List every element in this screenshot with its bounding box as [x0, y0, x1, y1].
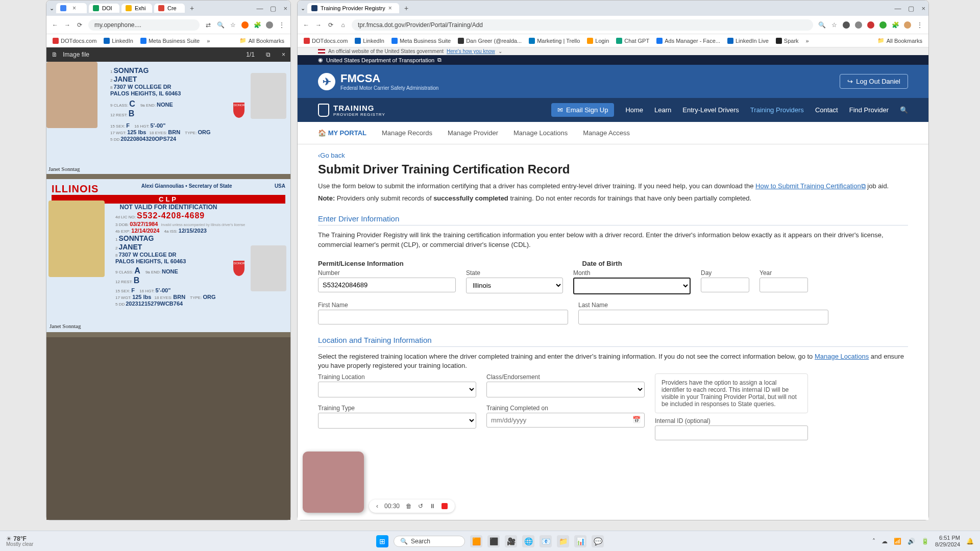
nav-entry-level-drivers[interactable]: Entry-Level Drivers	[682, 106, 739, 114]
nav-training-providers[interactable]: Training Providers	[750, 106, 804, 114]
open-external-icon[interactable]: ⧉	[266, 51, 271, 58]
all-bookmarks-button[interactable]: 📁 All Bookmarks	[877, 37, 922, 44]
home-icon[interactable]: ⌂	[339, 21, 347, 29]
subnav-manage-records[interactable]: Manage Records	[382, 127, 432, 139]
taskbar-weather[interactable]: ☀ 78°F Mostly clear	[6, 536, 33, 547]
chevron-down-icon[interactable]: ⌄	[301, 5, 305, 12]
all-bookmarks-button[interactable]: 📁 All Bookmarks	[239, 37, 284, 44]
zoom-icon[interactable]: 🔍	[818, 21, 825, 29]
bookmark-item[interactable]: LinkedIn	[355, 38, 384, 44]
training-completed-input[interactable]	[486, 413, 645, 428]
bookmark-item[interactable]: DOTdocs.com	[304, 38, 348, 44]
day-input[interactable]	[701, 278, 749, 292]
maximize-icon[interactable]: ▢	[908, 5, 914, 12]
bookmark-star-icon[interactable]: ☆	[229, 21, 236, 29]
forward-icon[interactable]: →	[64, 21, 71, 29]
close-icon[interactable]: ×	[283, 5, 287, 12]
subnav-my-portal[interactable]: 🏠 MY PORTAL	[318, 127, 366, 139]
profile-avatar-icon[interactable]	[904, 21, 911, 29]
tab-2[interactable]: Exhi	[121, 4, 152, 13]
chevron-down-icon[interactable]: ⌄	[498, 48, 502, 54]
maximize-icon[interactable]: ▢	[270, 5, 276, 12]
extensions-icon[interactable]: 🧩	[892, 21, 899, 29]
email-signup-button[interactable]: ✉Email Sign Up	[551, 103, 614, 117]
extensions-icon[interactable]: 🧩	[254, 21, 261, 29]
pause-icon[interactable]: ⏸	[429, 503, 435, 510]
state-select[interactable]: Illinois	[466, 278, 563, 293]
volume-icon[interactable]: 🔊	[908, 538, 915, 545]
taskbar-app-icon[interactable]: ⬛	[487, 535, 500, 547]
manage-locations-link[interactable]: Manage Locations	[815, 353, 869, 360]
taskbar-explorer-icon[interactable]: 📁	[557, 535, 569, 547]
notifications-icon[interactable]: 🔔	[966, 538, 974, 545]
onedrive-icon[interactable]: ☁	[881, 538, 888, 545]
bookmark-item[interactable]: Meta Business Suite	[391, 38, 451, 44]
url-input[interactable]: my.openphone....	[88, 19, 200, 31]
taskbar-teams-icon[interactable]: 💬	[592, 535, 604, 547]
image-viewer-body[interactable]: 1SONNTAG 2JANET 87307 W COLLEGE DR PALOS…	[46, 62, 290, 520]
tab-3[interactable]: Cre	[154, 4, 185, 13]
url-input[interactable]: tpr.fmcsa.dot.gov/Provider/Portal/Traini…	[352, 19, 813, 31]
webcam-thumbnail[interactable]	[303, 452, 364, 513]
first-name-input[interactable]	[318, 310, 568, 324]
trash-icon[interactable]: 🗑	[406, 503, 412, 510]
gov-banner-link[interactable]: Here's how you know	[447, 48, 495, 54]
close-icon[interactable]: ×	[921, 5, 925, 12]
menu-icon[interactable]: ⋮	[916, 21, 923, 29]
training-type-select[interactable]	[318, 413, 476, 429]
prev-icon[interactable]: ‹	[376, 503, 378, 510]
search-icon[interactable]: 🔍	[900, 106, 908, 114]
training-location-select[interactable]	[318, 382, 476, 397]
taskbar-app-icon[interactable]: 🟧	[470, 535, 482, 547]
year-input[interactable]	[760, 278, 808, 292]
bookmark-item[interactable]: Dan Greer (@realda...	[458, 38, 522, 44]
taskbar-app-icon[interactable]: 🎥	[505, 535, 517, 547]
reload-icon[interactable]: ⟳	[76, 21, 83, 29]
stop-icon[interactable]	[442, 503, 448, 509]
wifi-icon[interactable]: 📶	[894, 538, 901, 545]
taskbar-outlook-icon[interactable]: 📧	[540, 535, 552, 547]
start-button[interactable]: ⊞	[376, 535, 388, 547]
minimize-icon[interactable]: —	[256, 5, 263, 12]
menu-icon[interactable]: ⋮	[278, 21, 285, 29]
overflow-icon[interactable]: »	[207, 38, 210, 44]
extension-icon[interactable]	[867, 21, 874, 29]
how-to-submit-link[interactable]: How to Submit Training Certification⧉	[755, 182, 866, 190]
close-icon[interactable]: ×	[72, 5, 76, 12]
license-number-input[interactable]	[318, 278, 456, 292]
tab-tpr[interactable]: Training Provider Registry ×	[307, 3, 399, 13]
nav-learn[interactable]: Learn	[654, 106, 671, 114]
tpr-brand[interactable]: TRAINING PROVIDER REGISTRY	[318, 104, 385, 117]
subnav-manage-provider[interactable]: Manage Provider	[448, 127, 498, 139]
nav-find-provider[interactable]: Find Provider	[849, 106, 889, 114]
nav-contact[interactable]: Contact	[815, 106, 838, 114]
subnav-manage-access[interactable]: Manage Access	[583, 127, 630, 139]
month-select[interactable]	[573, 278, 691, 294]
logout-button[interactable]: ↪ Log Out Daniel	[840, 74, 908, 89]
chevron-down-icon[interactable]: ⌄	[50, 5, 54, 12]
taskbar-chrome-icon[interactable]: 🌐	[522, 535, 534, 547]
close-icon[interactable]: ×	[282, 51, 285, 58]
profile-avatar-icon[interactable]	[266, 21, 273, 29]
bookmark-item[interactable]: LinkedIn	[104, 38, 133, 44]
taskbar-search[interactable]: 🔍Search	[394, 536, 465, 547]
zoom-icon[interactable]: 🔍	[217, 21, 224, 29]
bookmark-item[interactable]: Chat GPT	[616, 38, 649, 44]
battery-icon[interactable]: 🔋	[921, 538, 929, 545]
bookmark-item[interactable]: Marketing | Trello	[529, 38, 580, 44]
restart-icon[interactable]: ↺	[418, 503, 423, 510]
tab-1[interactable]: DOI	[89, 4, 119, 13]
bookmark-item[interactable]: Login	[587, 38, 609, 44]
new-tab-button[interactable]: +	[401, 4, 411, 12]
minimize-icon[interactable]: —	[894, 5, 901, 12]
extension-icon[interactable]	[879, 21, 887, 29]
bookmark-item[interactable]: Ads Manager - Face...	[656, 38, 720, 44]
close-icon[interactable]: ×	[388, 5, 392, 12]
tab-0[interactable]: ×	[56, 3, 87, 13]
chevron-up-icon[interactable]: ˄	[872, 538, 875, 545]
overflow-icon[interactable]: »	[806, 38, 809, 44]
bookmark-item[interactable]: Meta Business Suite	[140, 38, 200, 44]
extension-icon[interactable]	[843, 21, 850, 29]
external-link-icon[interactable]: ⧉	[437, 57, 442, 63]
translate-icon[interactable]: ⇄	[205, 21, 212, 29]
